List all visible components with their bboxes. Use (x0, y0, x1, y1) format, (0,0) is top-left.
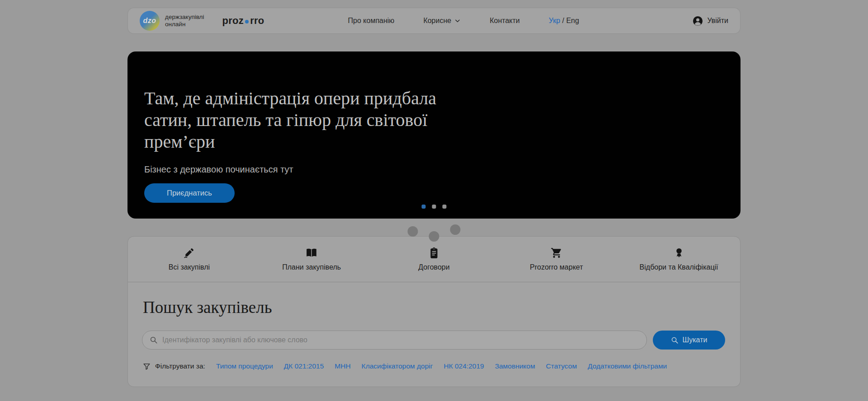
login-button[interactable]: Увійти (693, 16, 728, 26)
carousel-dot-3[interactable] (443, 205, 447, 209)
tab-all-tenders[interactable]: Всі закупівлі (128, 237, 250, 282)
filter-link-additional-filters[interactable]: Додатковими фільтрами (588, 362, 667, 370)
filter-row: Фільтрувати за: Типом процедури ДК 021:2… (142, 362, 725, 370)
tab-contracts-label: Договори (418, 263, 449, 271)
chevron-down-icon (454, 18, 461, 24)
hero-title-line3: прем’єри (144, 131, 741, 153)
tab-procurement-plans-label: Плани закупівель (282, 263, 341, 271)
filter-label: Фільтрувати за: (155, 362, 205, 370)
tab-prozorro-market-label: Prozorro маркет (530, 263, 583, 271)
nav-item-useful-label: Корисне (423, 17, 451, 25)
tab-prozorro-market[interactable]: Prozorro маркет (495, 237, 618, 282)
tab-contracts[interactable]: Договори (373, 237, 495, 282)
prozorro-logo-left: proz (222, 15, 244, 27)
category-tabs: Всі закупівлі Плани закупівель (128, 237, 740, 282)
carousel-dot-2[interactable] (432, 205, 436, 209)
top-navigation-bar: dzo держзакупівлі онлайн proz rro Про ко… (127, 8, 741, 34)
search-icon (150, 336, 158, 346)
search-section: Пошук закупівель Шукати (128, 282, 740, 387)
language-other[interactable]: Eng (566, 17, 579, 24)
dzo-logo-icon: dzo (140, 11, 160, 31)
nav-item-contacts[interactable]: Контакти (490, 17, 520, 25)
search-input[interactable] (142, 331, 647, 350)
hero-banner: Там, де адміністрація опери придбала сат… (127, 51, 741, 219)
open-book-icon (306, 247, 317, 259)
language-switcher[interactable]: Укр / Eng (549, 17, 579, 25)
login-label: Увійти (707, 17, 728, 25)
hero-title-line1: Там, де адміністрація опери придбала (144, 88, 741, 109)
nav-item-useful[interactable]: Корисне (423, 17, 461, 25)
filter-link-customer[interactable]: Замовником (495, 362, 535, 370)
tab-selections-qualifications[interactable]: Відбори та Кваліфікації (618, 237, 740, 282)
search-card: Всі закупівлі Плани закупівель (127, 236, 741, 387)
org-name: держзакупівлі онлайн (165, 14, 204, 28)
prozorro-dot-icon (245, 20, 249, 23)
search-button-label: Шукати (683, 336, 708, 344)
signature-icon (183, 247, 195, 259)
cart-icon (551, 247, 562, 259)
nav-item-contacts-label: Контакти (490, 17, 520, 25)
filter-link-dk-021-2015[interactable]: ДК 021:2015 (284, 362, 324, 370)
loading-dot (450, 224, 461, 235)
medal-icon (673, 247, 685, 259)
carousel-dot-1[interactable] (422, 205, 426, 209)
page-container: dzo держзакупівлі онлайн proz rro Про ко… (127, 8, 741, 387)
tab-procurement-plans[interactable]: Плани закупівель (250, 237, 373, 282)
site-logo[interactable]: dzo держзакупівлі онлайн proz rro (140, 11, 264, 31)
join-button[interactable]: Приєднатись (144, 183, 235, 203)
main-nav: Про компанію Корисне Контакти (348, 17, 520, 25)
hero-title: Там, де адміністрація опери придбала сат… (144, 88, 741, 153)
contract-icon (428, 247, 440, 259)
search-title: Пошук закупівель (143, 298, 725, 317)
search-input-wrap (142, 331, 647, 350)
carousel-dots (422, 205, 447, 209)
org-name-line2: онлайн (165, 21, 204, 28)
nav-item-about-label: Про компанію (348, 17, 395, 25)
prozorro-logo[interactable]: proz rro (222, 15, 264, 27)
org-name-line1: держзакупівлі (165, 14, 204, 21)
filter-link-status[interactable]: Статусом (546, 362, 577, 370)
search-button-icon (671, 336, 679, 344)
loading-dot (408, 226, 418, 237)
prozorro-logo-right: rro (250, 15, 264, 27)
filter-funnel-icon (143, 363, 151, 370)
hero-title-line2: сатин, штапель та гіпюр для світової (144, 109, 741, 131)
tab-all-tenders-label: Всі закупівлі (169, 263, 210, 271)
search-row: Шукати (142, 331, 725, 350)
filter-link-road-classifier[interactable]: Класифікатором доріг (362, 362, 433, 370)
loading-indicator (408, 224, 461, 242)
hero-subtitle: Бізнес з державою починається тут (144, 164, 741, 175)
filter-link-procedure-type[interactable]: Типом процедури (216, 362, 273, 370)
loading-dot (429, 231, 439, 242)
language-active[interactable]: Укр (549, 17, 560, 24)
filter-link-nk-024-2019[interactable]: НК 024:2019 (443, 362, 484, 370)
user-icon (693, 16, 703, 26)
search-button[interactable]: Шукати (653, 331, 725, 350)
tab-selections-qualifications-label: Відбори та Кваліфікації (640, 263, 718, 271)
filter-link-mnn[interactable]: МНН (335, 362, 350, 370)
nav-item-about[interactable]: Про компанію (348, 17, 395, 25)
